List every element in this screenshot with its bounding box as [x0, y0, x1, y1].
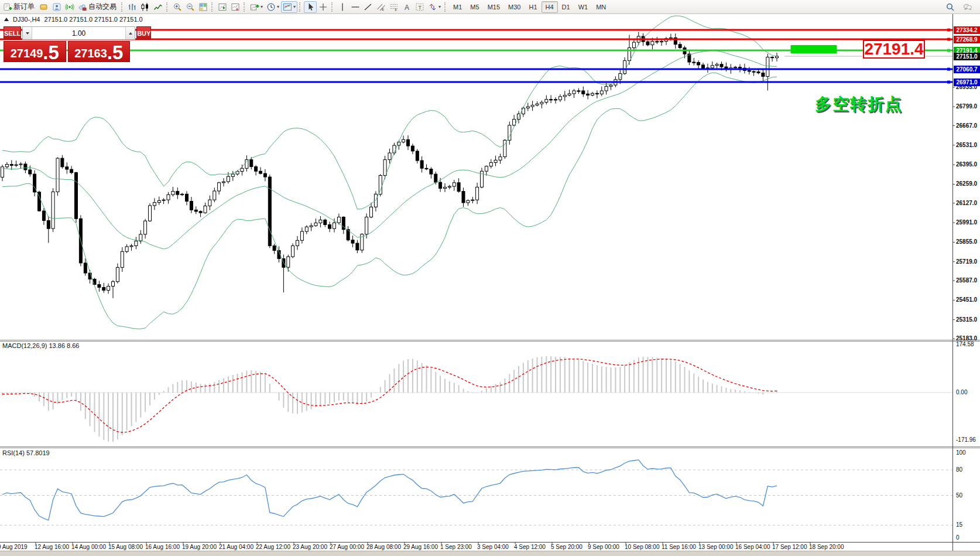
vline-button[interactable] [336, 1, 349, 13]
cursor-icon [306, 2, 315, 12]
cloud-button[interactable]: 自动交易 [76, 1, 119, 13]
crosshair-button[interactable] [317, 1, 330, 13]
price-tick-label: 26531.0 [956, 142, 977, 148]
timeframe-m1-button[interactable]: M1 [449, 1, 466, 13]
price-tick-label: 26259.0 [956, 180, 977, 187]
tile-icon [198, 2, 208, 12]
collapse-arrow-icon[interactable] [4, 18, 9, 21]
ohlc-values: 27151.0 27151.0 27151.0 27151.0 [44, 16, 142, 23]
bars-button[interactable] [126, 1, 139, 13]
signal-icon [65, 2, 74, 12]
zoom-in-button[interactable] [171, 1, 184, 13]
dropdown-arrow-icon[interactable]: ▾ [261, 4, 263, 9]
chart-shift-button[interactable] [216, 1, 229, 13]
channel-button[interactable]: E [375, 1, 388, 13]
signal-button[interactable] [63, 1, 76, 13]
toolbar-grip [331, 2, 334, 12]
new-order-button[interactable]: 新订单 [1, 1, 37, 13]
volume-decrease-button[interactable] [23, 27, 32, 39]
timeframe-m30-button[interactable]: M30 [504, 1, 525, 13]
timeframe-mn-button[interactable]: MN [592, 1, 610, 13]
date-label: 28 Aug 08:00 [366, 544, 401, 550]
text-t-button[interactable]: T [413, 1, 426, 13]
buy-price-box[interactable]: 27163 .5 [68, 41, 131, 62]
linechart-button[interactable] [152, 1, 165, 13]
clock-icon [266, 2, 276, 12]
arrow-down-icon [26, 32, 29, 35]
search-button[interactable] [944, 1, 957, 13]
rsi-axis-label: 100 [956, 449, 966, 456]
search-icon [945, 2, 955, 12]
green-supply-zone[interactable] [791, 45, 837, 53]
clock-button[interactable]: ▾ [265, 1, 281, 13]
one-click-trading-panel: SELL BUY 27149 .5 27163 .5 [4, 26, 130, 62]
date-label: 14 Aug 00:00 [71, 544, 106, 550]
zoom-out-button[interactable] [184, 1, 197, 13]
toolbar-grip [444, 2, 447, 12]
date-label: 19 Aug 20:00 [182, 544, 217, 550]
fibo-button[interactable]: F [388, 1, 400, 13]
timeframe-d1-button[interactable]: D1 [558, 1, 574, 13]
price-tick-label: 25855.0 [956, 238, 977, 245]
bottom-scrollbar[interactable] [0, 551, 980, 556]
price-tick-label: 25587.0 [956, 277, 977, 284]
sell-button[interactable]: SELL [4, 26, 21, 40]
plus-chart-button[interactable]: ▾ [248, 1, 265, 13]
sell-price-box[interactable]: 27149 .5 [4, 41, 66, 62]
volume-input[interactable] [32, 27, 125, 39]
price-tag: 26971.0 [954, 79, 980, 86]
volume-stepper [22, 26, 135, 40]
new-order-icon [3, 2, 12, 12]
trendline-icon [364, 2, 373, 12]
price-tag: 27334.2 [954, 26, 980, 34]
text-a-icon: A [402, 2, 412, 12]
sell-price-int: 27149 [11, 47, 43, 61]
auto-scroll-icon [231, 2, 240, 12]
vline-icon [338, 2, 347, 12]
timeframe-h4-button[interactable]: H4 [542, 1, 558, 13]
date-label: 3 Sep 04:00 [477, 544, 509, 550]
timeframe-h1-button[interactable]: H1 [525, 1, 541, 13]
timeframe-m15-button[interactable]: M15 [484, 1, 504, 13]
toolbar: 新订单自动交易▾▾▾EFAT▾M1M5M15M30H1H4D1W1MN [0, 0, 980, 14]
chat-button[interactable] [961, 1, 974, 13]
profile-button[interactable] [50, 1, 63, 13]
auto-scroll-button[interactable] [229, 1, 242, 13]
trendline-button[interactable] [362, 1, 375, 13]
price-callout[interactable]: 27191.4 [863, 40, 925, 59]
hline-marker [947, 81, 950, 84]
timeframe-w1-button[interactable]: W1 [574, 1, 592, 13]
toolbar-grip [299, 2, 302, 12]
hline-icon [351, 2, 360, 12]
dropdown-arrow-icon[interactable]: ▾ [438, 4, 441, 9]
cursor-button[interactable] [304, 1, 317, 13]
timeframe-m5-button[interactable]: M5 [466, 1, 483, 13]
tile-button[interactable] [197, 1, 210, 13]
price-tick-label: 25315.0 [956, 316, 977, 323]
candles-button[interactable] [139, 1, 152, 13]
rsi-axis-label: 0 [956, 534, 960, 541]
buy-button[interactable]: BUY [136, 26, 151, 40]
price-tag: 27268.9 [954, 36, 980, 43]
gold-button[interactable] [37, 1, 50, 13]
fibo-icon: F [389, 2, 399, 12]
annotation-text[interactable]: 多空转折点 [815, 93, 903, 115]
text-a-button[interactable]: A [400, 1, 413, 13]
volume-increase-button[interactable] [125, 27, 135, 39]
gold-icon [39, 2, 49, 12]
price-tick-label: 26127.0 [956, 200, 977, 206]
candles-icon [141, 2, 150, 12]
buy-price-int: 27163 [74, 47, 107, 61]
template-button[interactable]: ▾ [281, 1, 297, 13]
dropdown-arrow-icon[interactable]: ▾ [277, 4, 279, 9]
toolbar-right [944, 1, 979, 13]
shapes-button[interactable]: ▾ [426, 1, 443, 13]
chart-canvas[interactable] [0, 0, 980, 556]
dropdown-arrow-icon[interactable]: ▾ [293, 4, 296, 9]
price-tick-label: 25991.0 [956, 219, 977, 226]
date-label: 13 Sep 00:00 [698, 544, 734, 550]
toolbar-grip [121, 2, 124, 12]
date-label: 27 Aug 00:00 [330, 544, 364, 550]
hline-button[interactable] [349, 1, 362, 13]
hline-marker [947, 68, 950, 71]
